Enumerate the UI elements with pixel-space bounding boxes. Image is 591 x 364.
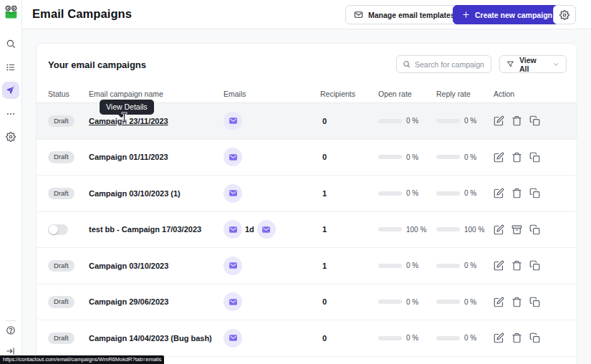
name-cell: Campaign 29/06/2023 bbox=[89, 284, 168, 320]
reply-rate-value: 0 % bbox=[464, 189, 476, 197]
action-cell bbox=[494, 140, 541, 176]
status-toggle[interactable] bbox=[48, 224, 68, 235]
trash-button[interactable] bbox=[511, 115, 523, 127]
recipients-count: 0 bbox=[320, 334, 327, 343]
email-envelope-icon[interactable] bbox=[224, 184, 242, 203]
create-new-campaign-button[interactable]: Create new campaign bbox=[453, 5, 562, 24]
action-cell bbox=[494, 212, 541, 248]
copy-button[interactable] bbox=[529, 260, 541, 272]
sequence-delay: 1d bbox=[245, 225, 254, 234]
trash-button[interactable] bbox=[511, 260, 523, 272]
campaign-search[interactable] bbox=[396, 55, 491, 73]
status-cell: Draft bbox=[48, 176, 75, 211]
column-header-reply-rate: Reply rate bbox=[436, 85, 471, 102]
open-rate-bar bbox=[378, 191, 402, 196]
copy-icon bbox=[529, 115, 540, 126]
open-rate-bar bbox=[378, 300, 402, 304]
trash-button[interactable] bbox=[511, 188, 523, 199]
reply-rate-cell: 0 % bbox=[436, 320, 476, 356]
recipients-cell: 1 bbox=[320, 248, 327, 284]
email-envelope-icon[interactable] bbox=[224, 220, 242, 239]
copy-icon bbox=[529, 152, 540, 163]
email-envelope-icon[interactable] bbox=[224, 112, 242, 130]
edit-button[interactable] bbox=[494, 296, 505, 307]
reply-rate-cell: 0 % bbox=[436, 103, 476, 139]
recipients-count: 0 bbox=[320, 153, 327, 161]
trash-button[interactable] bbox=[511, 151, 523, 163]
edit-button[interactable] bbox=[494, 151, 505, 163]
copy-button[interactable] bbox=[529, 188, 541, 199]
edit-button[interactable] bbox=[494, 260, 505, 272]
status-badge: Draft bbox=[48, 260, 75, 272]
sidebar-ellipsis-icon[interactable] bbox=[2, 105, 19, 123]
emails-cell bbox=[224, 284, 242, 320]
campaign-name-link[interactable]: Campaign 03/10/2023 bbox=[89, 262, 168, 270]
sidebar-list-icon[interactable] bbox=[2, 59, 19, 76]
trash-icon bbox=[511, 152, 522, 163]
edit-button[interactable] bbox=[494, 188, 505, 199]
view-all-filter-dropdown[interactable]: View All bbox=[499, 55, 567, 73]
trash-button[interactable] bbox=[511, 296, 523, 307]
trash-icon bbox=[511, 332, 522, 343]
name-cell: Campaign 03/10/2023 bbox=[89, 248, 168, 284]
edit-button[interactable] bbox=[494, 224, 505, 235]
email-envelope-icon[interactable] bbox=[224, 257, 242, 275]
toggle-knob bbox=[49, 225, 58, 234]
status-badge: Draft bbox=[48, 115, 75, 128]
copy-icon bbox=[529, 332, 540, 343]
copy-button[interactable] bbox=[529, 224, 541, 235]
reply-rate-value: 100 % bbox=[464, 226, 484, 234]
archive-button[interactable] bbox=[511, 224, 523, 235]
copy-button[interactable] bbox=[529, 151, 541, 163]
edit-button[interactable] bbox=[494, 332, 505, 344]
reply-rate-cell: 0 % bbox=[436, 140, 476, 176]
reply-rate-bar bbox=[436, 227, 460, 231]
copy-button[interactable] bbox=[529, 115, 541, 127]
edit-button[interactable] bbox=[494, 115, 505, 127]
sidebar-search-icon[interactable] bbox=[2, 35, 19, 52]
emails-cell bbox=[224, 103, 242, 139]
browser-status-url: https://contactout.com/email/campaigns/W… bbox=[0, 355, 164, 364]
recipients-count: 0 bbox=[320, 297, 327, 306]
reply-rate-bar bbox=[436, 155, 460, 159]
open-rate-cell: 0 % bbox=[378, 320, 418, 356]
open-rate-cell: 0 % bbox=[378, 140, 418, 176]
sidebar-gear-icon[interactable] bbox=[2, 128, 19, 145]
campaign-name-link[interactable]: Campaign 14/04/2023 (Bug bash) bbox=[89, 334, 212, 343]
trash-icon bbox=[511, 188, 522, 198]
name-cell: Campaign 03/10/2023 (1) bbox=[89, 176, 181, 211]
contactout-frog-logo[interactable] bbox=[4, 5, 19, 20]
sidebar-help-icon[interactable] bbox=[2, 322, 19, 339]
filter-funnel-icon bbox=[506, 60, 514, 68]
page-title: Email Campaigns bbox=[32, 7, 132, 21]
settings-button[interactable] bbox=[553, 5, 576, 24]
campaign-name-link[interactable]: Campaign 29/06/2023 bbox=[89, 297, 168, 306]
email-envelope-icon[interactable] bbox=[224, 292, 242, 311]
recipients-count: 1 bbox=[320, 189, 327, 198]
campaign-name-link[interactable]: test bb - Campaign 17/03/2023 bbox=[89, 225, 201, 234]
emails-cell bbox=[224, 320, 242, 356]
open-rate-cell: 0 % bbox=[378, 248, 418, 284]
copy-button[interactable] bbox=[529, 296, 541, 307]
main-content: Your email campaigns View All Status Ema… bbox=[22, 29, 591, 364]
table-row: DraftCampaign 03/10/2023 (1)10 %0 % bbox=[37, 176, 577, 212]
campaign-name-link[interactable]: Campaign 03/10/2023 (1) bbox=[89, 189, 181, 198]
email-envelope-icon[interactable] bbox=[224, 148, 242, 166]
copy-button[interactable] bbox=[529, 332, 541, 344]
reply-rate-cell: 100 % bbox=[436, 212, 484, 248]
archive-icon bbox=[511, 224, 522, 235]
email-envelope-icon[interactable] bbox=[257, 220, 276, 239]
top-bar: Email Campaigns Manage email templates C… bbox=[22, 0, 591, 29]
search-input[interactable] bbox=[415, 60, 485, 69]
manage-email-templates-button[interactable]: Manage email templates bbox=[345, 5, 463, 24]
campaign-name-link[interactable]: Campaign 23/11/2023 bbox=[89, 117, 168, 125]
email-envelope-icon[interactable] bbox=[224, 329, 242, 348]
sidebar-divider bbox=[6, 320, 16, 321]
reply-rate-value: 0 % bbox=[464, 153, 476, 161]
search-icon bbox=[403, 60, 410, 68]
table-row: DraftCampaign 03/10/202310 %0 % bbox=[37, 248, 577, 284]
edit-icon bbox=[494, 224, 504, 235]
campaign-name-link[interactable]: Campaign 01/11/2023 bbox=[89, 153, 168, 161]
trash-button[interactable] bbox=[511, 332, 523, 344]
sidebar-send-icon[interactable] bbox=[2, 82, 19, 99]
